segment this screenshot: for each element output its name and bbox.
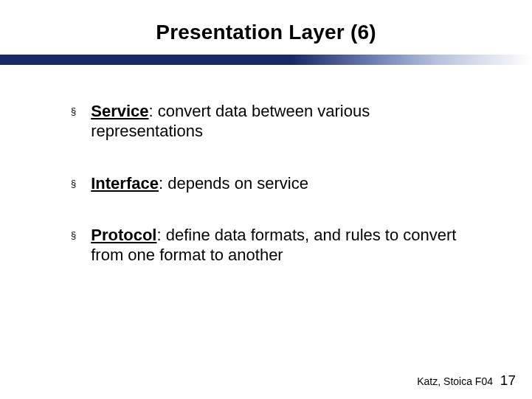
- bullet-marker-icon: §: [71, 102, 76, 121]
- slide-title: Presentation Layer (6): [0, 21, 532, 44]
- bullet-item: § Service: convert data between various …: [71, 102, 480, 142]
- bullet-text: Interface: depends on service: [91, 174, 308, 194]
- title-area: Presentation Layer (6): [0, 0, 532, 44]
- divider-bar: [0, 55, 532, 65]
- bullet-label: Protocol: [91, 226, 156, 244]
- slide: Presentation Layer (6) § Service: conver…: [0, 0, 532, 399]
- bullet-rest: : depends on service: [159, 174, 308, 192]
- bullet-marker-icon: §: [71, 174, 76, 193]
- bullet-item: § Interface: depends on service: [71, 174, 480, 194]
- bullet-text: Protocol: define data formats, and rules…: [91, 226, 480, 266]
- bullet-item: § Protocol: define data formats, and rul…: [71, 226, 480, 266]
- footer-credit: Katz, Stoica F04: [417, 375, 493, 387]
- bullet-label: Interface: [91, 174, 159, 192]
- footer: Katz, Stoica F04 17: [417, 372, 516, 389]
- bullet-text: Service: convert data between various re…: [91, 102, 480, 142]
- page-number: 17: [500, 372, 516, 388]
- content-area: § Service: convert data between various …: [0, 65, 532, 266]
- bullet-label: Service: [91, 102, 148, 120]
- bullet-marker-icon: §: [71, 226, 76, 245]
